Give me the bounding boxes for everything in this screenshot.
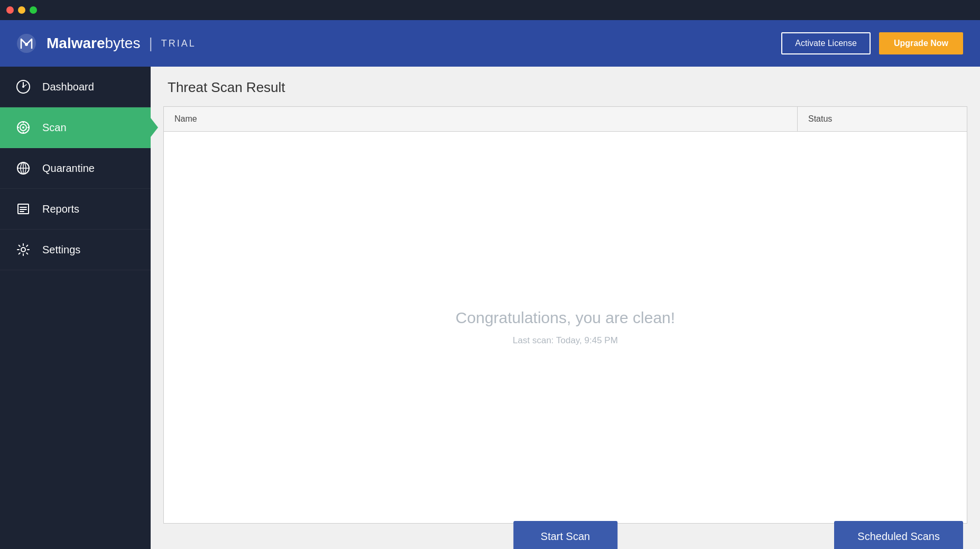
activate-license-button[interactable]: Activate License <box>781 32 871 54</box>
logo-divider: | <box>149 35 152 52</box>
col-name-header: Name <box>164 107 798 131</box>
maximize-button[interactable] <box>30 6 37 14</box>
sidebar-item-settings[interactable]: Settings <box>0 230 151 270</box>
svg-point-5 <box>22 86 24 88</box>
sidebar: Dashboard Scan <box>0 67 151 549</box>
results-table: Name Status Congratulations, you are cle… <box>163 106 967 524</box>
minimize-button[interactable] <box>18 6 25 14</box>
reports-label: Reports <box>42 203 79 215</box>
svg-point-8 <box>22 126 24 129</box>
footer: Start Scan Scheduled Scans <box>151 524 980 549</box>
logo-area: Malwarebytes | TRIAL <box>17 34 196 53</box>
last-scan-text: Last scan: Today, 9:45 PM <box>513 335 618 346</box>
scheduled-scans-button[interactable]: Scheduled Scans <box>834 521 963 550</box>
settings-icon <box>15 241 32 258</box>
upgrade-now-button[interactable]: Upgrade Now <box>879 32 963 54</box>
quarantine-label: Quarantine <box>42 162 95 175</box>
main-layout: Dashboard Scan <box>0 67 980 549</box>
malwarebytes-logo-icon <box>17 34 36 53</box>
header-buttons: Activate License Upgrade Now <box>781 32 963 54</box>
col-status-header: Status <box>798 107 967 131</box>
sidebar-item-dashboard[interactable]: Dashboard <box>0 67 151 107</box>
close-button[interactable] <box>6 6 14 14</box>
quarantine-icon <box>15 160 32 177</box>
dashboard-icon <box>15 78 32 95</box>
reports-icon <box>15 200 32 217</box>
scan-label: Scan <box>42 122 67 134</box>
start-scan-button[interactable]: Start Scan <box>513 521 617 550</box>
main-content: Threat Scan Result Name Status Congratul… <box>151 67 980 549</box>
settings-label: Settings <box>42 244 80 256</box>
logo-bytes: bytes <box>105 35 141 52</box>
clean-message: Congratulations, you are clean! <box>456 309 675 327</box>
trial-badge: TRIAL <box>161 38 196 49</box>
table-header: Name Status <box>164 107 967 132</box>
sidebar-item-quarantine[interactable]: Quarantine <box>0 148 151 189</box>
svg-point-21 <box>21 248 25 252</box>
table-body: Congratulations, you are clean! Last sca… <box>164 132 967 523</box>
dashboard-label: Dashboard <box>42 81 94 93</box>
svg-point-1 <box>25 43 28 46</box>
sidebar-item-reports[interactable]: Reports <box>0 189 151 230</box>
sidebar-item-scan[interactable]: Scan <box>0 107 151 148</box>
titlebar <box>0 0 980 20</box>
svg-rect-17 <box>18 204 29 214</box>
logo-text: Malwarebytes | TRIAL <box>47 35 196 52</box>
app-header: Malwarebytes | TRIAL Activate License Up… <box>0 20 980 67</box>
scan-icon <box>15 119 32 136</box>
page-title: Threat Scan Result <box>168 79 963 96</box>
logo-malware: Malware <box>47 35 105 52</box>
content-header: Threat Scan Result <box>151 67 980 106</box>
